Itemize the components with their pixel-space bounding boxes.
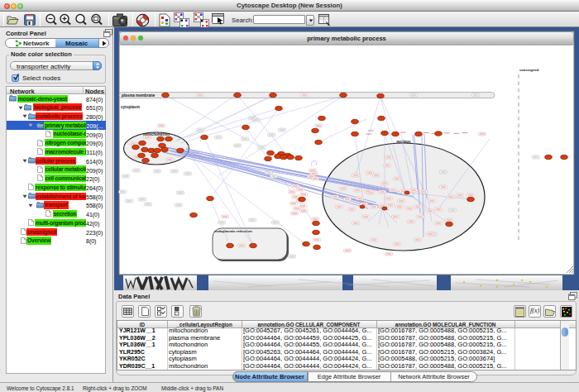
svg-text:nucleus: nucleus [396, 140, 411, 144]
svg-text:unassigned: unassigned [519, 68, 539, 72]
svg-text:plasma membrane: plasma membrane [122, 93, 156, 98]
svg-text:cytoplasm: cytoplasm [121, 105, 140, 109]
svg-text:primary metabolic process: primary metabolic process [307, 35, 385, 42]
